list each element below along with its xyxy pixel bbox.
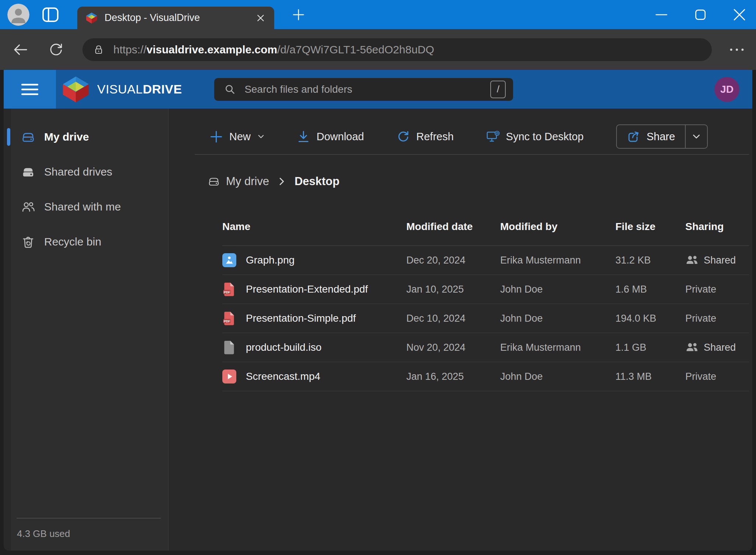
modified-by: John Doe <box>500 313 615 324</box>
drive-icon <box>208 175 220 188</box>
sharing-label: Shared <box>704 255 736 266</box>
back-icon[interactable] <box>11 40 30 59</box>
file-row-presentation-extended-pdf[interactable]: PDFPresentation-Extended.pdfJan 10, 2025… <box>222 275 749 304</box>
column-header-sharing[interactable]: Sharing <box>685 221 749 233</box>
sidebar-item-shared-drives[interactable]: Shared drives <box>4 160 168 184</box>
profile-person-icon <box>7 4 29 26</box>
close-window-button[interactable] <box>732 7 747 22</box>
toolbar: NewDownloadRefreshSync to Desktop Share <box>195 109 749 155</box>
url-bar[interactable]: https://visualdrive.example.com/d/a7QWi7… <box>82 38 712 61</box>
tab-switcher-icon[interactable] <box>42 7 59 22</box>
modified-date: Nov 20, 2024 <box>406 342 500 353</box>
breadcrumb-chevron-icon <box>279 177 285 186</box>
toolbar-sync-to-desktop-button[interactable]: Sync to Desktop <box>486 130 584 144</box>
sidebar-item-shared-with-me[interactable]: Shared with me <box>4 195 168 219</box>
sharing-status: Private <box>685 284 749 295</box>
share-split-button: Share <box>616 124 708 149</box>
file-name: product-build.iso <box>246 342 321 353</box>
url-path: /d/a7QWi7GLT1-56edO2h8uDQ <box>277 43 434 56</box>
sharing-status: Shared <box>685 254 749 266</box>
sidebar-item-my-drive[interactable]: My drive <box>4 125 168 149</box>
sharing-label: Shared <box>704 342 736 353</box>
tab-close-icon[interactable] <box>254 12 267 24</box>
file-size: 11.3 MB <box>615 371 685 382</box>
sidebar-item-recycle-bin[interactable]: Recycle bin <box>4 230 168 254</box>
people-icon <box>685 342 699 353</box>
search-input[interactable] <box>244 84 490 95</box>
svg-text:PDF: PDF <box>224 290 230 294</box>
breadcrumb-root[interactable]: My drive <box>226 175 269 188</box>
drive-icon <box>21 130 35 144</box>
url-text: https://visualdrive.example.com/d/a7QWi7… <box>113 43 434 56</box>
modified-date: Dec 10, 2024 <box>406 313 500 324</box>
user-avatar[interactable]: JD <box>714 77 739 102</box>
file-name-cell: PDFPresentation-Simple.pdf <box>222 311 406 326</box>
browser-titlebar: Desktop - VisualDrive <box>0 0 756 29</box>
new-tab-button[interactable] <box>291 7 306 22</box>
file-name: Screencast.mp4 <box>246 371 320 382</box>
file-table: NameModified dateModified byFile sizeSha… <box>222 208 749 391</box>
visualdrive-favicon <box>85 12 98 24</box>
sidebar-item-label: My drive <box>44 131 89 143</box>
file-row-graph-png[interactable]: Graph.pngDec 20, 2024Erika Mustermann31.… <box>222 246 749 275</box>
maximize-button[interactable] <box>693 7 708 22</box>
file-name-cell: Graph.png <box>222 253 406 268</box>
file-size: 1.6 MB <box>615 284 685 295</box>
browser-profile-avatar[interactable] <box>7 4 29 26</box>
file-row-screencast-mp4[interactable]: Screencast.mp4Jan 16, 2025John Doe11.3 M… <box>222 362 749 391</box>
column-header-modified-by[interactable]: Modified by <box>500 221 615 233</box>
url-scheme: https:// <box>113 43 146 56</box>
plus-icon <box>209 130 223 144</box>
brand-wordmark: VISUALDRIVE <box>97 82 182 96</box>
modified-by: John Doe <box>500 371 615 382</box>
sharing-status: Private <box>685 371 749 382</box>
active-indicator <box>7 163 10 181</box>
modified-by: John Doe <box>500 284 615 295</box>
toolbar-new-button[interactable]: New <box>209 130 264 144</box>
column-header-modified-date[interactable]: Modified date <box>406 221 500 233</box>
sharing-status: Private <box>685 313 749 324</box>
toolbar-button-label: New <box>229 131 251 143</box>
main-panel: NewDownloadRefreshSync to Desktop Share <box>169 109 752 551</box>
file-row-product-build-iso[interactable]: product-build.isoNov 20, 2024Erika Muste… <box>222 333 749 362</box>
reload-icon[interactable] <box>46 40 66 59</box>
toolbar-button-label: Sync to Desktop <box>506 131 584 143</box>
file-size: 194.0 KB <box>615 313 685 324</box>
toolbar-download-button[interactable]: Download <box>297 130 364 144</box>
sidebar-item-label: Shared drives <box>44 166 112 178</box>
tab-title: Desktop - VisualDrive <box>105 12 254 24</box>
sharing-label: Private <box>685 284 716 295</box>
file-row-presentation-simple-pdf[interactable]: PDFPresentation-Simple.pdfDec 10, 2024Jo… <box>222 304 749 333</box>
share-button-label: Share <box>647 131 675 143</box>
browser-menu-dots-icon[interactable] <box>727 42 746 57</box>
modified-by: Erika Mustermann <box>500 255 615 266</box>
share-dropdown-button[interactable] <box>686 125 707 148</box>
toolbar-buttons: NewDownloadRefreshSync to Desktop <box>209 130 616 144</box>
modified-date: Jan 10, 2025 <box>406 284 500 295</box>
visualdrive-app: VISUALDRIVE / JD My driveShared drivesSh… <box>4 70 752 551</box>
browser-tab[interactable]: Desktop - VisualDrive <box>77 7 274 29</box>
modified-date: Jan 16, 2025 <box>406 371 500 382</box>
download-icon <box>297 130 310 144</box>
sharing-status: Shared <box>685 342 749 353</box>
share-icon <box>627 130 640 144</box>
lock-icon <box>93 44 105 56</box>
toolbar-button-label: Refresh <box>416 131 454 143</box>
svg-text:PDF: PDF <box>224 319 230 323</box>
search-shortcut-badge: / <box>490 81 506 98</box>
toolbar-button-label: Download <box>317 131 364 143</box>
browser-window: Desktop - VisualDrive <box>0 0 756 555</box>
share-button[interactable]: Share <box>617 125 685 148</box>
modified-date: Dec 20, 2024 <box>406 255 500 266</box>
minimize-button[interactable] <box>654 7 669 22</box>
column-header-file-size[interactable]: File size <box>615 221 685 233</box>
file-name-cell: Screencast.mp4 <box>222 369 406 384</box>
search-box[interactable]: / <box>214 78 513 101</box>
sidebar-item-label: Shared with me <box>44 201 121 213</box>
breadcrumb-current: Desktop <box>294 175 339 188</box>
breadcrumb: My drive Desktop <box>195 155 749 208</box>
toolbar-refresh-button[interactable]: Refresh <box>396 130 454 144</box>
column-header-name[interactable]: Name <box>222 221 406 233</box>
video-file-icon <box>222 369 236 384</box>
hamburger-menu-button[interactable] <box>4 70 56 109</box>
